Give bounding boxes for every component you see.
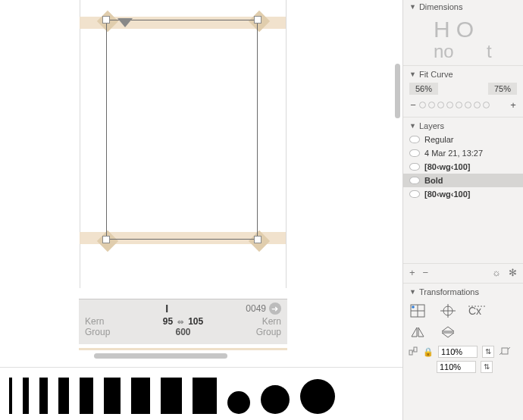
layer-visibility-icon[interactable]: [409, 177, 420, 184]
preview-glyph[interactable]: [39, 378, 48, 414]
dimensions-sample-lc: no: [434, 41, 454, 62]
scale-x-row: 🔒 ⇅: [403, 344, 523, 359]
node-handle[interactable]: [102, 16, 110, 24]
preview-glyph[interactable]: [131, 378, 150, 414]
scale-x-stepper[interactable]: ⇅: [482, 346, 494, 358]
svg-rect-9: [409, 350, 412, 355]
fit-curve-minus-button[interactable]: −: [409, 99, 417, 111]
next-glyph-button[interactable]: ➜: [269, 302, 281, 315]
kern-right-label[interactable]: Kern: [203, 316, 281, 327]
layer-row[interactable]: [80‹wg‹100]: [403, 187, 523, 201]
glyph-outline[interactable]: [106, 20, 258, 240]
glyph-name[interactable]: I: [165, 302, 168, 315]
flip-horizontal-icon[interactable]: [408, 324, 427, 340]
layer-visibility-icon[interactable]: [409, 136, 420, 143]
transformations-title: Transformations: [419, 287, 479, 296]
layer-visibility-icon[interactable]: [409, 190, 420, 198]
preview-glyph[interactable]: [227, 391, 250, 414]
group-right-label[interactable]: Group: [256, 327, 281, 337]
node-handle[interactable]: [102, 236, 110, 243]
rsb-value[interactable]: 105: [188, 316, 203, 327]
layer-light-icon[interactable]: ☼: [492, 267, 501, 278]
disclosure-triangle-icon[interactable]: ▼: [409, 71, 416, 78]
layer-row[interactable]: Bold: [403, 174, 523, 187]
transform-icon-grid: Cx: [403, 299, 523, 344]
layer-label: 4 Mar 21, 13:27: [424, 149, 483, 158]
layer-row[interactable]: [80‹wg‹100]: [403, 160, 523, 174]
glyph-unicode: 0049: [246, 303, 266, 314]
svg-rect-12: [502, 348, 508, 354]
scale-apply-icon[interactable]: [499, 346, 511, 358]
svg-point-1: [412, 306, 415, 309]
layer-label: Regular: [424, 135, 454, 144]
remove-layer-button[interactable]: −: [423, 267, 429, 278]
spacer: [498, 303, 518, 318]
scale-y-stepper[interactable]: ⇅: [481, 361, 493, 373]
layer-label: [80‹wg‹100]: [424, 190, 471, 199]
disclosure-triangle-icon[interactable]: ▼: [409, 3, 416, 11]
scale-y-input[interactable]: [437, 361, 476, 373]
advance-width-value[interactable]: 600: [175, 327, 190, 337]
preview-glyph[interactable]: [161, 378, 182, 414]
group-left-label[interactable]: Group: [85, 327, 110, 337]
fit-curve-section-header[interactable]: ▼ Fit Curve: [403, 67, 523, 81]
lsb-value[interactable]: 95: [163, 316, 173, 327]
scale-y-row: ⇅: [403, 359, 523, 375]
inspector-sidebar: ▼ Dimensions HO no t ▼ Fit Curve 56% 75%…: [402, 0, 523, 420]
dimensions-preview[interactable]: HO no t: [403, 14, 523, 64]
layer-settings-icon[interactable]: ✻: [509, 267, 517, 278]
vertical-scrollbar-thumb[interactable]: [395, 64, 400, 118]
layers-section-header[interactable]: ▼ Layers: [403, 119, 523, 133]
preview-glyph[interactable]: [300, 379, 335, 414]
left-sidebearing-guide: [80, 0, 80, 288]
dimensions-section-header[interactable]: ▼ Dimensions: [403, 0, 523, 14]
preview-glyph[interactable]: [9, 378, 12, 414]
fit-curve-value-a[interactable]: 56%: [409, 83, 438, 95]
layers-title: Layers: [419, 121, 444, 130]
spacer: [498, 324, 518, 340]
preview-glyph[interactable]: [23, 378, 29, 414]
fit-curve-value-b[interactable]: 75%: [488, 83, 517, 95]
layer-row[interactable]: 4 Mar 21, 13:27: [403, 146, 523, 160]
fit-curve-slider[interactable]: − +: [403, 99, 523, 115]
metrics-lock-icon[interactable]: ⇔: [177, 318, 183, 326]
preview-glyph[interactable]: [80, 378, 93, 414]
scale-link-icon[interactable]: [408, 346, 418, 358]
horizontal-scrollbar[interactable]: [94, 353, 227, 359]
preview-glyph[interactable]: [58, 378, 69, 414]
node-handle[interactable]: [254, 236, 262, 243]
kern-left-label[interactable]: Kern: [85, 316, 163, 327]
dimensions-sample-asc: t: [487, 41, 492, 62]
start-point-indicator-icon: [117, 18, 133, 27]
node-handle[interactable]: [254, 16, 262, 24]
layers-list: Regular 4 Mar 21, 13:27 [80‹wg‹100] Bold…: [403, 133, 523, 201]
spacer: [468, 324, 487, 340]
glyph-info-bar: . I 0049 ➜ Kern 95 ⇔ 105 Kern Group 600 …: [79, 299, 287, 344]
layer-row[interactable]: Regular: [403, 133, 523, 146]
preview-glyph[interactable]: [193, 378, 217, 414]
transformations-section-header[interactable]: ▼ Transformations: [403, 285, 523, 299]
disclosure-triangle-icon[interactable]: ▼: [409, 288, 416, 296]
layer-label: Bold: [424, 176, 443, 185]
layer-visibility-icon[interactable]: [409, 163, 420, 171]
disclosure-triangle-icon[interactable]: ▼: [409, 122, 416, 130]
align-center-icon[interactable]: [438, 303, 458, 318]
layer-label: [80‹wg‹100]: [424, 162, 471, 171]
dimensions-sample-caps: HO: [434, 17, 480, 42]
lock-icon[interactable]: 🔒: [423, 347, 434, 357]
scale-x-input[interactable]: [438, 346, 478, 358]
flip-vertical-icon[interactable]: [438, 324, 458, 340]
svg-rect-10: [414, 347, 417, 352]
add-layer-button[interactable]: +: [409, 267, 415, 278]
layers-toolbar: + − ☼ ✻: [403, 263, 523, 281]
fit-curve-plus-button[interactable]: +: [509, 99, 517, 111]
vertical-scrollbar-track[interactable]: [393, 0, 402, 273]
transform-origin-grid-icon[interactable]: [408, 303, 427, 318]
dimensions-title: Dimensions: [419, 2, 462, 11]
preview-glyph[interactable]: [104, 378, 121, 414]
metrics-glyph-icon[interactable]: Cx: [468, 303, 487, 318]
fit-curve-title: Fit Curve: [419, 70, 453, 79]
right-sidebearing-guide: [286, 0, 287, 288]
preview-glyph[interactable]: [261, 385, 290, 414]
layer-visibility-icon[interactable]: [409, 149, 420, 157]
